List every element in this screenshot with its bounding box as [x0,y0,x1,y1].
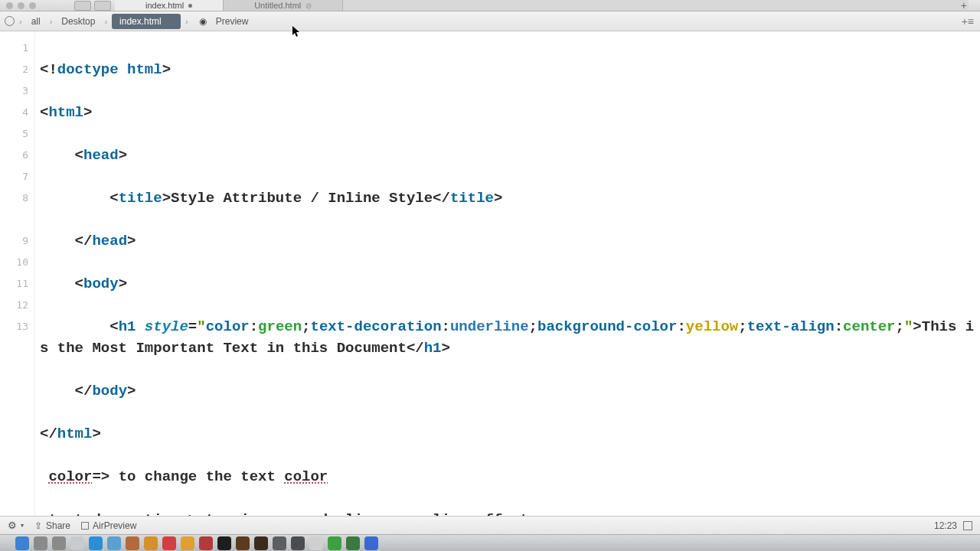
breadcrumb-root[interactable]: all [27,15,45,28]
chevron-right-icon: › [19,17,22,26]
code-editor[interactable]: 1 2 3 4 5 6 7 8 9 10 11 12 13 <!doctype … [0,31,980,516]
dock-app-5[interactable] [107,536,121,550]
breadcrumb-toolbar: › all › Desktop › index.html ⌄ › ◉ Previ… [0,11,980,31]
chevron-down-icon: ⌄ [165,16,173,27]
chevron-right-icon: › [104,17,107,26]
eye-icon: ◉ [199,16,207,27]
toolbar-layout-icon[interactable] [74,1,91,11]
dock-app-6[interactable] [126,536,139,550]
breadcrumb-file[interactable]: index.html ⌄ [112,14,181,29]
breadcrumb-folder[interactable]: Desktop [57,15,100,28]
chevron-right-icon: › [185,17,188,26]
tab-untitled-html[interactable]: Untitled.html ⊘ [224,0,343,11]
dock-app-3[interactable] [70,536,84,550]
line-number-gutter: 1 2 3 4 5 6 7 8 9 10 11 12 13 [0,31,35,516]
dock-app-16[interactable] [309,536,323,550]
add-pane-button[interactable]: +≡ [962,11,974,31]
dock-app-17[interactable] [328,536,341,550]
share-icon: ⇪ [34,520,42,531]
toolbar-split-icon[interactable] [94,1,111,11]
mac-close-button[interactable] [6,2,13,9]
tab-label: Untitled.html [254,0,301,11]
tab-label: index.html [145,0,184,11]
dock-app-14[interactable] [273,536,286,550]
chevron-right-icon: › [50,17,53,26]
dock-app-8[interactable] [162,536,176,550]
dock-app-19[interactable] [364,536,378,550]
window-mode-icon[interactable] [963,521,972,530]
dock-app-0[interactable] [15,536,29,550]
tab-strip: index.html Untitled.html ⊘ + [115,0,969,11]
breadcrumb-preview[interactable]: Preview [211,15,253,28]
dock-app-11[interactable] [217,536,231,550]
dock-app-10[interactable] [199,536,213,550]
dock-app-2[interactable] [52,536,66,550]
code-content[interactable]: <!doctype html> <html> <head> <title>Sty… [35,31,980,516]
share-button[interactable]: ⇪Share [34,520,70,531]
dock-app-1[interactable] [34,536,47,550]
screen-icon [81,522,89,530]
settings-gear-button[interactable]: ⚙▾ [8,520,24,531]
tab-index-html[interactable]: index.html [115,0,224,11]
mac-minimize-button[interactable] [18,2,24,9]
airpreview-button[interactable]: AirPreview [81,520,136,531]
dock-app-12[interactable] [236,536,250,550]
gear-icon: ⚙ [8,520,17,531]
navigate-icon[interactable] [5,16,15,26]
mac-zoom-button[interactable] [29,2,36,9]
dirty-indicator-icon [188,4,192,8]
status-bar: ⚙▾ ⇪Share AirPreview 12:23 [0,516,980,534]
dock-app-4[interactable] [89,536,103,550]
dock-app-18[interactable] [346,536,360,550]
macos-dock [0,534,980,551]
dock-app-13[interactable] [254,536,268,550]
dock-app-15[interactable] [291,536,305,550]
dock-app-7[interactable] [144,536,158,550]
dock-app-9[interactable] [181,536,194,550]
add-tab-button[interactable]: + [958,0,970,11]
clock-label: 12:23 [934,520,957,531]
tab-close-icon[interactable]: ⊘ [305,0,312,11]
